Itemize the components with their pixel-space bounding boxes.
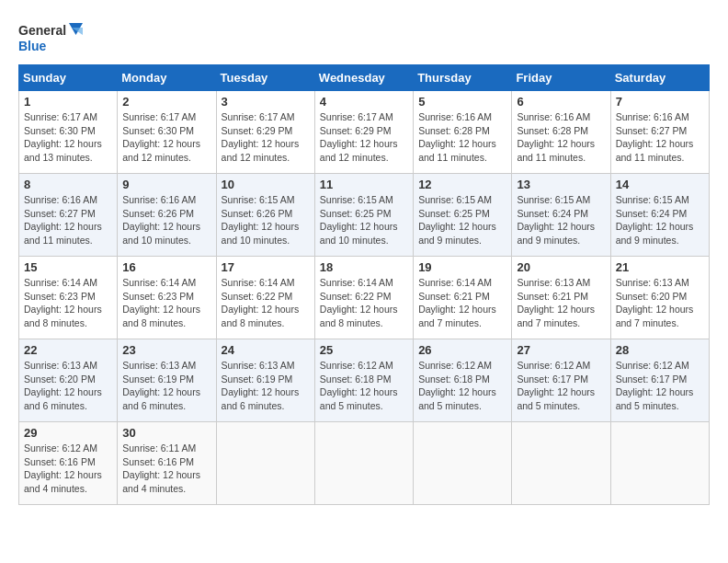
day-number: 8 [24,178,112,191]
day-number: 4 [320,95,408,109]
day-number: 26 [418,343,506,357]
day-number: 13 [517,178,605,191]
weekday-header: Monday [118,65,216,91]
day-info: Sunrise: 6:12 AMSunset: 6:17 PMDaylight:… [517,359,605,413]
day-info: Sunrise: 6:17 AMSunset: 6:30 PMDaylight:… [24,110,112,165]
calendar-day-cell: 18Sunrise: 6:14 AMSunset: 6:22 PMDayligh… [314,257,413,339]
day-info: Sunrise: 6:12 AMSunset: 6:16 PMDaylight:… [24,442,112,496]
day-info: Sunrise: 6:16 AMSunset: 6:26 PMDaylight:… [122,193,210,247]
calendar-day-cell: 3Sunrise: 6:17 AMSunset: 6:29 PMDaylight… [216,91,314,174]
svg-text:Blue: Blue [18,39,47,53]
day-info: Sunrise: 6:13 AMSunset: 6:20 PMDaylight:… [616,276,704,330]
day-number: 29 [24,426,112,440]
calendar-day-cell: 19Sunrise: 6:14 AMSunset: 6:21 PMDayligh… [414,257,512,339]
day-number: 6 [517,95,605,109]
calendar-day-cell: 28Sunrise: 6:12 AMSunset: 6:17 PMDayligh… [610,339,709,422]
day-number: 25 [320,343,408,357]
day-info: Sunrise: 6:15 AMSunset: 6:24 PMDaylight:… [616,193,704,247]
calendar-day-cell: 27Sunrise: 6:12 AMSunset: 6:17 PMDayligh… [512,339,610,422]
day-info: Sunrise: 6:17 AMSunset: 6:29 PMDaylight:… [222,110,310,165]
logo-svg: General Blue [18,18,83,55]
day-info: Sunrise: 6:16 AMSunset: 6:27 PMDaylight:… [616,110,704,165]
day-info: Sunrise: 6:13 AMSunset: 6:20 PMDaylight:… [24,359,112,413]
day-info: Sunrise: 6:13 AMSunset: 6:21 PMDaylight:… [517,276,605,330]
calendar-day-cell: 29Sunrise: 6:12 AMSunset: 6:16 PMDayligh… [19,422,118,505]
day-info: Sunrise: 6:14 AMSunset: 6:22 PMDaylight:… [222,276,310,330]
page-header: General Blue [18,18,710,55]
day-info: Sunrise: 6:16 AMSunset: 6:27 PMDaylight:… [24,193,112,247]
day-number: 24 [222,343,310,357]
weekday-header: Saturday [610,65,709,91]
weekday-header: Sunday [19,65,118,91]
day-info: Sunrise: 6:15 AMSunset: 6:24 PMDaylight:… [517,193,605,247]
calendar-day-cell: 20Sunrise: 6:13 AMSunset: 6:21 PMDayligh… [512,257,610,339]
calendar-day-cell: 9Sunrise: 6:16 AMSunset: 6:26 PMDaylight… [118,174,216,257]
day-number: 7 [616,95,704,109]
calendar-day-cell: 8Sunrise: 6:16 AMSunset: 6:27 PMDaylight… [19,174,118,257]
logo: General Blue [18,18,83,55]
calendar-day-cell: 30Sunrise: 6:11 AMSunset: 6:16 PMDayligh… [118,422,216,505]
weekday-header: Friday [512,65,610,91]
calendar-week-row: 29Sunrise: 6:12 AMSunset: 6:16 PMDayligh… [19,422,710,505]
calendar-day-cell: 7Sunrise: 6:16 AMSunset: 6:27 PMDaylight… [610,91,709,174]
day-info: Sunrise: 6:12 AMSunset: 6:18 PMDaylight:… [320,359,408,413]
calendar-day-cell: 23Sunrise: 6:13 AMSunset: 6:19 PMDayligh… [118,339,216,422]
day-number: 2 [122,95,210,109]
calendar-day-cell: 14Sunrise: 6:15 AMSunset: 6:24 PMDayligh… [610,174,709,257]
calendar-day-cell: 12Sunrise: 6:15 AMSunset: 6:25 PMDayligh… [414,174,512,257]
calendar-day-cell [610,422,709,505]
day-info: Sunrise: 6:14 AMSunset: 6:23 PMDaylight:… [24,276,112,330]
calendar-day-cell: 22Sunrise: 6:13 AMSunset: 6:20 PMDayligh… [19,339,118,422]
day-number: 15 [24,260,112,274]
day-number: 1 [24,95,112,109]
day-info: Sunrise: 6:16 AMSunset: 6:28 PMDaylight:… [517,110,605,165]
day-number: 30 [122,426,210,440]
calendar-day-cell: 6Sunrise: 6:16 AMSunset: 6:28 PMDaylight… [512,91,610,174]
day-info: Sunrise: 6:15 AMSunset: 6:25 PMDaylight:… [320,193,408,247]
day-info: Sunrise: 6:17 AMSunset: 6:30 PMDaylight:… [122,110,210,165]
day-number: 28 [616,343,704,357]
day-info: Sunrise: 6:13 AMSunset: 6:19 PMDaylight:… [222,359,310,413]
calendar-day-cell: 11Sunrise: 6:15 AMSunset: 6:25 PMDayligh… [314,174,413,257]
day-number: 5 [418,95,506,109]
day-info: Sunrise: 6:12 AMSunset: 6:17 PMDaylight:… [616,359,704,413]
calendar-week-row: 8Sunrise: 6:16 AMSunset: 6:27 PMDaylight… [19,174,710,257]
calendar-week-row: 1Sunrise: 6:17 AMSunset: 6:30 PMDaylight… [19,91,710,174]
day-number: 3 [222,95,310,109]
weekday-header: Thursday [414,65,512,91]
day-number: 21 [616,260,704,274]
day-info: Sunrise: 6:15 AMSunset: 6:26 PMDaylight:… [222,193,310,247]
calendar-day-cell: 17Sunrise: 6:14 AMSunset: 6:22 PMDayligh… [216,257,314,339]
day-number: 19 [418,260,506,274]
day-info: Sunrise: 6:16 AMSunset: 6:28 PMDaylight:… [418,110,506,165]
calendar-table: SundayMondayTuesdayWednesdayThursdayFrid… [18,64,710,505]
day-info: Sunrise: 6:14 AMSunset: 6:23 PMDaylight:… [122,276,210,330]
calendar-day-cell [512,422,610,505]
calendar-day-cell: 13Sunrise: 6:15 AMSunset: 6:24 PMDayligh… [512,174,610,257]
calendar-day-cell [314,422,413,505]
day-number: 20 [517,260,605,274]
calendar-day-cell: 4Sunrise: 6:17 AMSunset: 6:29 PMDaylight… [314,91,413,174]
svg-marker-3 [72,28,83,35]
day-info: Sunrise: 6:17 AMSunset: 6:29 PMDaylight:… [320,110,408,165]
weekday-header-row: SundayMondayTuesdayWednesdayThursdayFrid… [19,65,710,91]
calendar-day-cell [216,422,314,505]
day-info: Sunrise: 6:13 AMSunset: 6:19 PMDaylight:… [122,359,210,413]
calendar-day-cell: 5Sunrise: 6:16 AMSunset: 6:28 PMDaylight… [414,91,512,174]
calendar-day-cell: 1Sunrise: 6:17 AMSunset: 6:30 PMDaylight… [19,91,118,174]
day-number: 11 [320,178,408,191]
calendar-day-cell [414,422,512,505]
day-number: 22 [24,343,112,357]
calendar-day-cell: 21Sunrise: 6:13 AMSunset: 6:20 PMDayligh… [610,257,709,339]
day-number: 9 [122,178,210,191]
calendar-week-row: 15Sunrise: 6:14 AMSunset: 6:23 PMDayligh… [19,257,710,339]
svg-text:General: General [18,23,66,38]
calendar-day-cell: 2Sunrise: 6:17 AMSunset: 6:30 PMDaylight… [118,91,216,174]
day-number: 27 [517,343,605,357]
day-number: 14 [616,178,704,191]
day-number: 23 [122,343,210,357]
calendar-day-cell: 25Sunrise: 6:12 AMSunset: 6:18 PMDayligh… [314,339,413,422]
weekday-header: Wednesday [314,65,413,91]
day-number: 10 [222,178,310,191]
calendar-day-cell: 26Sunrise: 6:12 AMSunset: 6:18 PMDayligh… [414,339,512,422]
